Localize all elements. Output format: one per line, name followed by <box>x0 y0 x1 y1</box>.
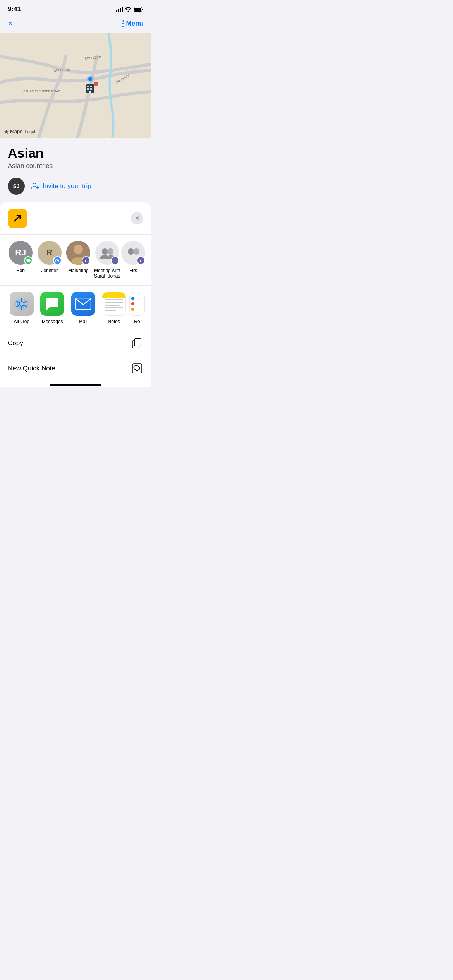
contact-jennifer[interactable]: R Jennifer <box>35 241 64 279</box>
share-close-x: ✕ <box>135 215 140 222</box>
wifi-icon <box>125 7 131 12</box>
home-bar <box>50 384 101 386</box>
battery-icon <box>134 7 143 12</box>
svg-rect-2 <box>0 33 151 138</box>
svg-rect-12 <box>89 91 91 93</box>
svg-point-18 <box>57 260 58 261</box>
contact-marketing-name: Marketing <box>68 268 89 273</box>
app-notes[interactable]: Notes <box>99 292 130 324</box>
svg-point-23 <box>102 248 108 255</box>
signal-icon <box>116 7 123 12</box>
svg-text:T: T <box>113 259 115 263</box>
quick-note-icon <box>132 363 142 374</box>
svg-point-20 <box>74 245 83 254</box>
trip-title: Asian <box>8 146 143 161</box>
teams-badge2-icon: T <box>112 258 117 263</box>
svg-text:T: T <box>84 259 86 263</box>
quick-note-icon-wrap <box>131 362 143 375</box>
status-bar: 9:41 <box>0 0 151 15</box>
svg-point-31 <box>19 302 24 306</box>
app-reminders[interactable]: Re <box>129 292 145 324</box>
map-branding: Maps Legal <box>4 128 35 135</box>
app-arrow-icon <box>12 212 23 224</box>
status-icons <box>116 7 143 12</box>
svg-point-24 <box>107 248 113 255</box>
copy-icon-wrap <box>131 337 143 350</box>
share-app-icon <box>8 209 27 228</box>
action-list: Copy New Quick Note <box>0 331 151 381</box>
signal-badge-icon <box>55 258 60 263</box>
messages-icon <box>40 292 64 316</box>
contact-jennifer-badge <box>53 256 62 265</box>
contact-marketing-avatar-wrap: T <box>66 241 90 265</box>
contact-bob[interactable]: RJ Bob <box>6 241 35 279</box>
notes-icon <box>102 292 126 316</box>
trip-owner-avatar: SJ <box>8 178 25 195</box>
invite-button[interactable]: Invite to your trip <box>31 182 91 190</box>
notes-label: Notes <box>108 319 120 324</box>
maps-logo: Maps <box>4 128 22 135</box>
share-header: ✕ <box>0 202 151 235</box>
map-view: MV ROAD MV ROAD SAHAR ELEVATED ROAD SANT… <box>0 33 151 138</box>
copy-icon <box>132 338 142 349</box>
app-messages[interactable]: Messages <box>37 292 68 324</box>
copy-label: Copy <box>8 339 23 347</box>
messages-svg <box>45 296 60 311</box>
contact-bob-name: Bob <box>17 268 25 273</box>
svg-rect-1 <box>134 8 141 11</box>
status-time: 9:41 <box>8 5 21 13</box>
close-button[interactable]: × <box>8 19 13 29</box>
contact-meeting-avatar-wrap: T <box>95 241 119 265</box>
contact-meeting-badge: T <box>111 256 119 265</box>
contacts-row: RJ Bob R Jennifer <box>0 235 151 286</box>
new-quick-note-label: New Quick Note <box>8 365 55 372</box>
contact-jennifer-avatar-wrap: R <box>38 241 62 265</box>
legal-link[interactable]: Legal <box>25 129 35 134</box>
svg-point-14 <box>87 75 94 82</box>
trip-owner-initials: SJ <box>13 183 19 189</box>
contact-meeting-name: Meeting withSarah Jonas <box>94 268 120 279</box>
reminders-label: Re <box>134 319 140 324</box>
share-close-button[interactable]: ✕ <box>131 212 143 224</box>
messages-badge-icon <box>26 258 31 263</box>
contact-firs-avatar-wrap: T <box>121 241 145 265</box>
add-person-icon <box>31 183 39 190</box>
notes-yellow-top <box>102 292 125 298</box>
new-quick-note-action[interactable]: New Quick Note <box>0 356 151 381</box>
invite-row: SJ Invite to your trip <box>8 178 143 195</box>
mail-icon <box>71 292 95 316</box>
reminders-icon <box>129 292 145 316</box>
contact-firs-badge: T <box>137 256 145 265</box>
airdrop-label: AirDrop <box>14 319 29 324</box>
contact-meeting[interactable]: T Meeting withSarah Jonas <box>93 241 122 279</box>
svg-text:T: T <box>139 259 141 263</box>
mail-svg <box>75 298 91 310</box>
contact-jennifer-name: Jennifer <box>41 268 58 273</box>
menu-button[interactable]: Menu <box>122 20 143 27</box>
contact-firs-name: Firs <box>129 268 137 273</box>
map-svg: MV ROAD MV ROAD SAHAR ELEVATED ROAD SANT… <box>0 33 151 138</box>
svg-rect-8 <box>87 86 89 87</box>
svg-point-28 <box>133 248 139 255</box>
notes-lines <box>102 298 125 315</box>
trip-subtitle: Asian countries <box>8 162 143 170</box>
svg-text:SAHAR ELEVATED ROAD: SAHAR ELEVATED ROAD <box>23 89 60 93</box>
dots-icon <box>122 20 124 27</box>
app-mail[interactable]: Mail <box>68 292 99 324</box>
invite-label: Invite to your trip <box>43 182 91 190</box>
airdrop-svg <box>14 296 29 312</box>
contact-bob-avatar-wrap: RJ <box>9 241 33 265</box>
app-airdrop[interactable]: AirDrop <box>6 292 37 324</box>
svg-rect-10 <box>87 88 89 90</box>
svg-rect-9 <box>90 86 92 87</box>
svg-point-27 <box>128 248 134 255</box>
teams-badge-icon: T <box>84 258 89 263</box>
contact-bob-badge <box>24 256 33 265</box>
home-indicator <box>0 381 151 387</box>
contact-marketing[interactable]: T Marketing <box>64 241 93 279</box>
teams-badge3-icon: T <box>139 258 144 263</box>
messages-label: Messages <box>42 319 63 324</box>
share-sheet: ✕ RJ Bob R <box>0 202 151 381</box>
contact-firs[interactable]: T Firs <box>122 241 145 279</box>
copy-action[interactable]: Copy <box>0 331 151 356</box>
